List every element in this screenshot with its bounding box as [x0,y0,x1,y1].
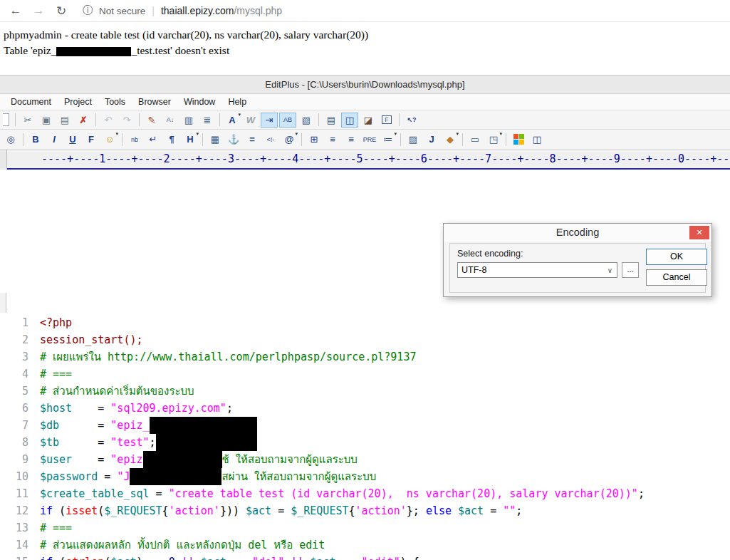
code-line: 6$host = "sql209.epizy.com"; [0,400,730,417]
align-center-icon[interactable]: ≡ [324,132,341,147]
menu-window[interactable]: Window [177,97,221,107]
window-layout-icon[interactable]: ◳▾ [485,132,502,147]
align-right-icon[interactable]: ≡ [343,132,360,147]
security-label: Not secure [99,6,145,16]
nbsp-icon[interactable]: nb [126,132,143,147]
underline-icon[interactable]: U [64,132,81,147]
line-number: 10 [0,468,34,485]
toolbar-separator [399,113,400,126]
cut-icon[interactable]: ✂ [19,113,36,128]
code-line: 13# === [0,519,730,536]
list-icon[interactable]: ≔▾ [380,132,397,147]
line-number: 7 [0,417,34,434]
word-wrap-icon[interactable]: W [242,113,259,128]
code-text: if (strlen($act) == 0 || $act == "del" |… [40,554,419,560]
paragraph-icon[interactable]: ¶ [163,132,180,147]
info-icon[interactable]: ⓘ [83,4,93,17]
toolbar-separator [95,113,96,126]
heading-icon[interactable]: H▾ [182,132,199,147]
back-icon[interactable]: ← [4,4,27,18]
clipped-doc-icon[interactable] [2,113,11,128]
function-list-icon[interactable]: F [378,113,395,128]
font-color-icon[interactable]: F [83,132,100,147]
delete-icon[interactable]: ✗ [75,113,92,128]
sort-icon[interactable]: A↓ [162,113,179,128]
find-highlight-icon[interactable]: ✎ [143,113,160,128]
dialog-groupbox: Select encoding: UTF-8 ∨ ... OK Cancel [449,243,706,293]
font-icon[interactable]: A▾ [224,113,241,128]
line-number: 13 [0,519,34,536]
browser-chrome: ← → ↻ ⓘ Not secure | thaiall.epizy.com/m… [0,0,730,22]
objects-icon[interactable]: ◆▾ [442,132,459,147]
auto-indent-icon[interactable]: ⇥ [261,113,278,128]
split-window-icon[interactable]: ◫ [528,132,546,147]
url-bar[interactable]: ⓘ Not secure | thaiall.epizy.com/mysql.p… [83,4,282,17]
mailto-icon[interactable]: @▾ [281,132,298,147]
ruler-corner [0,150,7,170]
anchor-icon[interactable]: ⚓ [225,132,242,147]
url-host: thaiall.epizy.com [161,5,234,16]
toolbar-separator [462,133,463,146]
code-area[interactable]: 1<?php2session_start();3# เผยแพร่ใน http… [0,313,730,560]
image-icon[interactable]: ▦ [207,132,224,147]
comment-icon[interactable]: <!- [262,132,279,147]
table-icon[interactable]: ⊞ [306,132,323,147]
code-text: $create_table_sql = "create table test (… [40,485,645,502]
document-list-icon[interactable]: ▤ [323,113,340,128]
format-paint-icon[interactable]: ▧ [298,113,315,128]
form-icon[interactable]: ▨ [405,132,422,147]
code-line: 12if (isset($_REQUEST{'action'})) $act =… [0,502,730,519]
window-title: EditPlus - [C:\Users\burin\Downloads\mys… [0,76,730,94]
code-line: 5# ส่วนกำหนดค่าเริ่มต้นของระบบ [0,383,730,400]
line-break-icon[interactable]: ↵ [145,132,162,147]
browse-button[interactable]: ... [622,262,639,278]
dialog-titlebar[interactable]: Encoding ✕ [444,224,711,242]
browser-preview-icon[interactable]: ◎ [2,132,19,147]
undo-icon[interactable]: ↶ [100,113,117,128]
copy-icon[interactable]: ▣ [38,113,55,128]
menu-tools[interactable]: Tools [98,97,132,107]
context-help-icon[interactable]: ↖? [403,113,420,128]
italic-icon[interactable]: I [46,132,63,147]
code-text: $db = "epiz_ [40,417,257,434]
code-text: session_start(); [40,331,143,348]
ok-button[interactable]: OK [646,249,707,265]
redaction-box [56,47,131,56]
menu-browser[interactable]: Browser [132,97,177,107]
url-path: /mysql.php [234,5,282,16]
code-line: 2session_start(); [0,331,730,348]
browser-pane-icon[interactable]: ◫ [341,113,358,128]
code-line: 3# เผยแพร่ใน http://www.thaiall.com/perl… [0,348,730,365]
toolbar-separator [15,113,16,126]
java-applet-icon[interactable]: J [423,132,440,147]
column-select-icon[interactable]: AB [279,113,296,128]
folder-icon[interactable]: ▭ [466,132,484,147]
cancel-button[interactable]: Cancel [646,269,707,286]
menu-help[interactable]: Help [221,97,253,107]
hrule-icon[interactable]: = [244,132,261,147]
menu-document[interactable]: Document [4,97,58,107]
numbered-list-icon[interactable]: ≣ [199,113,216,128]
windows-logo-icon[interactable] [510,132,527,147]
code-line: 8$tb = "test"; [0,434,730,451]
toolbar-html: ◎BIUF☺▾nb↵¶H▾▦⚓=<!-@▾⊞≡≡PRE≔▾▨J◆▾▭◳▾◫ [0,130,730,150]
line-number: 11 [0,485,34,502]
encoding-dialog: Encoding ✕ Select encoding: UTF-8 ∨ ... … [443,223,712,297]
pre-icon[interactable]: PRE [361,132,378,147]
smiley-color-icon[interactable]: ☺▾ [101,132,118,147]
encoding-select[interactable]: UTF-8 ∨ [457,262,617,278]
close-icon[interactable]: ✕ [689,226,709,239]
paste-icon[interactable]: ▤ [56,113,73,128]
reload-icon[interactable]: ↻ [50,4,73,19]
line-number: 14 [0,536,34,554]
code-line: 4# === [0,365,730,383]
bold-icon[interactable]: B [27,132,44,147]
copy-document-icon[interactable]: ▥ [180,113,197,128]
toolbar-standard: ✂▣▤✗↶↷✎A↓▥≣A▾W⇥AB▧▤◫◪F↖? [0,110,730,130]
ftp-icon[interactable]: ◪ [360,113,377,128]
code-text: # ส่วนกำหนดค่าเริ่มต้นของระบบ [40,383,194,400]
column-ruler: ----+----1----+----2----+----3----+----4… [0,150,730,170]
menu-project[interactable]: Project [58,97,98,107]
redo-icon[interactable]: ↷ [118,113,135,128]
forward-icon[interactable]: → [27,4,50,18]
